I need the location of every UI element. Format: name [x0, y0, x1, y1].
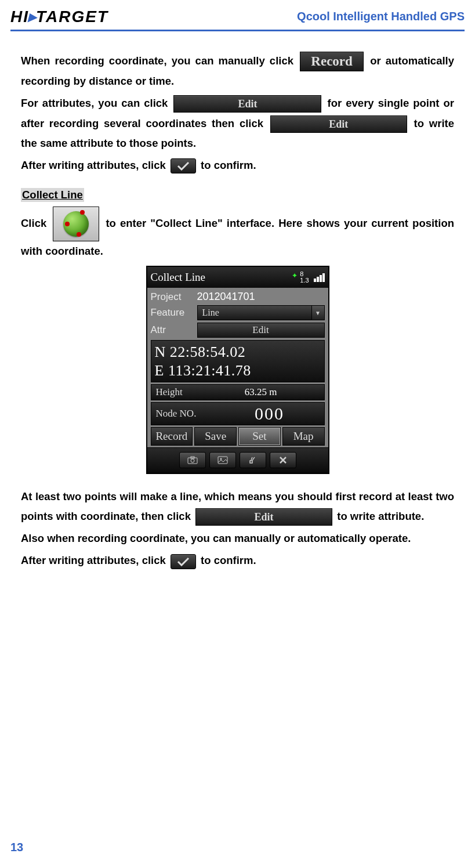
edit-button[interactable]: Edit — [270, 115, 407, 133]
text: When recording coordinate, you can manua… — [21, 55, 298, 67]
edit-button[interactable]: Edit — [195, 508, 332, 526]
project-value: 2012041701 — [197, 291, 255, 303]
project-label: Project — [151, 291, 197, 303]
chevron-down-icon: ▼ — [311, 306, 324, 320]
paragraph-2: For attributes, you can click Edit for e… — [21, 93, 454, 153]
confirm-icon[interactable] — [171, 554, 196, 569]
paragraph-after-2: Also when recording coordinate, you can … — [21, 529, 454, 548]
paragraph-3: After writing attributes, click to confi… — [21, 155, 454, 175]
attr-edit-button[interactable]: Edit — [197, 323, 325, 338]
camera-icon[interactable] — [179, 452, 206, 468]
paragraph-after-1: At least two points will make a line, wh… — [21, 487, 454, 526]
node-label: Node NO. — [156, 408, 220, 419]
close-icon[interactable] — [270, 452, 296, 468]
doc-title: Qcool Intelligent Handled GPS — [297, 10, 465, 23]
save-button[interactable]: Save — [194, 427, 237, 446]
set-button[interactable]: Set — [238, 427, 281, 446]
feature-value: Line — [202, 308, 219, 318]
attr-label: Attr — [151, 324, 197, 336]
paragraph-collect-1: Click to enter "Collect Line" interface.… — [21, 207, 454, 261]
logo: HI▸TARGET — [10, 7, 108, 26]
feature-dropdown[interactable]: Line ▼ — [197, 305, 325, 320]
sat-pdop: 1.3 — [300, 277, 309, 284]
text: After writing attributes, click — [21, 554, 169, 566]
text: to confirm. — [201, 159, 256, 171]
feature-row: Feature Line ▼ — [151, 305, 325, 320]
node-value: 000 — [220, 404, 320, 424]
project-row: Project 2012041701 — [151, 291, 325, 303]
confirm-icon[interactable] — [171, 158, 196, 173]
text: Click — [21, 217, 50, 229]
section-heading-collect-line: Collect Line — [21, 188, 84, 202]
collect-line-icon[interactable] — [53, 207, 99, 241]
satellite-values: 8 1.3 — [300, 271, 309, 284]
cancel-icon[interactable] — [240, 452, 266, 468]
text: For attributes, you can click — [21, 97, 172, 109]
text: to confirm. — [201, 554, 256, 566]
paragraph-1: When recording coordinate, you can manua… — [21, 51, 454, 91]
svg-point-4 — [220, 458, 222, 460]
screenshot-title: Collect Line — [151, 271, 290, 284]
button-row: Record Save Set Map — [151, 427, 325, 446]
record-button[interactable]: Record — [300, 52, 364, 71]
satellite-icon: ✦ — [292, 272, 298, 280]
logo-text-hi: HI — [10, 8, 29, 26]
map-button[interactable]: Map — [282, 427, 325, 446]
screenshot-container: Collect Line ✦ 8 1.3 Project 2012041701 … — [21, 266, 454, 473]
record-button[interactable]: Record — [151, 427, 193, 446]
edit-button[interactable]: Edit — [173, 95, 321, 113]
feature-label: Feature — [151, 307, 197, 319]
signal-icon — [314, 273, 325, 282]
page-header: HI▸TARGET Qcool Intelligent Handled GPS — [0, 0, 475, 26]
paragraph-after-3: After writing attributes, click to confi… — [21, 551, 454, 570]
height-row: Height 63.25 m — [151, 384, 325, 400]
east-coord: E 113:21:41.78 — [155, 361, 321, 379]
gallery-icon[interactable] — [209, 452, 236, 468]
bottom-toolbar — [147, 447, 328, 473]
height-value: 63.25 m — [202, 386, 320, 398]
text: to write attribute. — [337, 510, 424, 522]
page-number: 13 — [10, 841, 23, 854]
page-content: When recording coordinate, you can manua… — [0, 31, 475, 571]
logo-text-target: TARGET — [36, 8, 108, 26]
text: After writing attributes, click — [21, 159, 169, 171]
svg-point-1 — [191, 459, 194, 462]
attr-row: Attr Edit — [151, 323, 325, 338]
screenshot-titlebar: Collect Line ✦ 8 1.3 — [147, 267, 328, 288]
north-coord: N 22:58:54.02 — [155, 343, 321, 361]
coordinate-display: N 22:58:54.02 E 113:21:41.78 — [151, 340, 325, 382]
screenshot-body: Project 2012041701 Feature Line ▼ Attr E… — [147, 288, 328, 472]
height-label: Height — [156, 386, 202, 398]
node-row: Node NO. 000 — [151, 402, 325, 425]
device-screenshot: Collect Line ✦ 8 1.3 Project 2012041701 … — [146, 266, 329, 473]
